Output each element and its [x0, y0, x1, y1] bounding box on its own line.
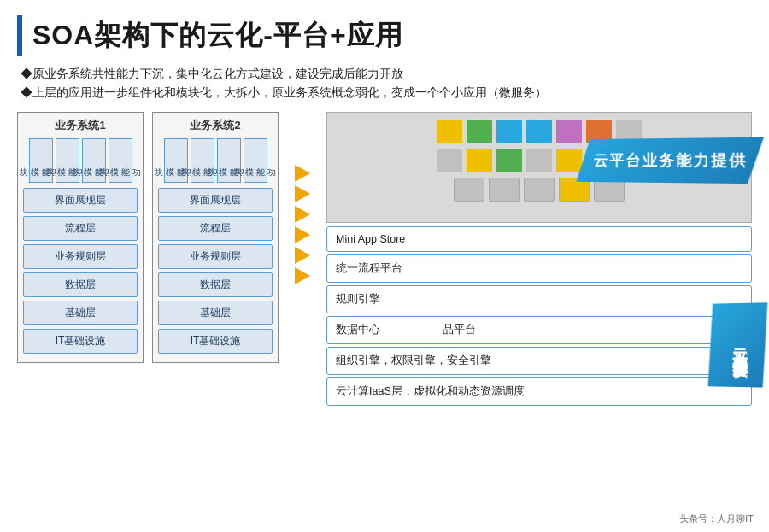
gray-box-1 [454, 178, 484, 202]
platform-layers-wrapper: Mini App Store 统一流程平台 规则引擎 数据中心 品平台 组织引擎… [326, 226, 752, 406]
biz1-layer-2: 流程层 [23, 216, 138, 241]
color-box-blue2 [526, 120, 552, 143]
bullet-2: ◆上层的应用进一步组件化和模块化，大拆小，原业务系统概念弱化，变成一个个小应用（… [21, 84, 752, 102]
arrow-1 [295, 165, 310, 182]
cloud-top-section: 云平台业务能力提供 [326, 112, 752, 223]
biz2-layer-3: 业务规则层 [158, 244, 273, 269]
biz2-module-4: 功能模块 [244, 138, 267, 183]
biz2-layer-6: IT基础设施 [158, 329, 273, 354]
biz1-layer-3: 业务规则层 [23, 244, 138, 269]
platform-layers: Mini App Store 统一流程平台 规则引擎 数据中心 品平台 组织引擎… [326, 226, 752, 406]
biz-system-2: 业务系统2 功能模块 功能模块 功能模块 功能模块 界面展现层 流程层 业务规则… [152, 112, 279, 363]
biz2-title: 业务系统2 [158, 118, 273, 133]
color-box-gray3 [526, 149, 552, 172]
arrow-5 [295, 247, 310, 264]
biz1-layer-6: IT基础设施 [23, 329, 138, 354]
arrow-3 [295, 206, 310, 223]
title-bar: SOA架构下的云化-平台+应用 [17, 15, 752, 56]
biz-system-1: 业务系统1 功能模块 功能模块 功能模块 功能模块 界面展现层 流程层 业务规则… [17, 112, 144, 363]
color-box-purple [556, 120, 582, 143]
footer: 头条号：人月聊IT [679, 512, 754, 525]
biz1-layer-1: 界面展现层 [23, 188, 138, 213]
biz2-layer-2: 流程层 [158, 216, 273, 241]
platform-layer-rules: 规则引擎 [326, 285, 752, 313]
diagram: 业务系统1 功能模块 功能模块 功能模块 功能模块 界面展现层 流程层 业务规则… [17, 112, 752, 406]
biz1-layer-4: 数据层 [23, 272, 138, 297]
bullet-1: ◆原业务系统共性能力下沉，集中化云化方式建设，建设完成后能力开放 [21, 65, 752, 84]
color-box-green2 [496, 149, 522, 172]
color-box-blue1 [496, 120, 522, 143]
color-box-green [467, 120, 492, 143]
biz2-layer-5: 基础层 [158, 301, 273, 325]
gray-box-2 [489, 178, 520, 202]
biz1-title: 业务系统1 [23, 118, 138, 133]
platform-layer-org: 组织引擎，权限引擎，安全引擎 [326, 347, 752, 375]
biz2-layer-1: 界面展现层 [158, 188, 273, 213]
biz1-layer-5: 基础层 [23, 301, 138, 325]
color-box-gray2 [437, 149, 462, 172]
color-box-yellow2 [467, 149, 492, 172]
biz2-layer-4: 数据层 [158, 272, 273, 297]
color-box-yellow3 [556, 149, 582, 172]
page: SOA架构下的云化-平台+应用 ◆原业务系统共性能力下沉，集中化云化方式建设，建… [0, 0, 769, 532]
arrow-2 [295, 185, 310, 202]
color-box-yellow [437, 120, 462, 143]
platform-layer-iaas: 云计算IaaS层，虚拟化和动态资源调度 [326, 377, 752, 406]
page-title: SOA架构下的云化-平台+应用 [32, 17, 403, 55]
platform-layer-flow: 统一流程平台 [326, 254, 752, 283]
biz2-modules: 功能模块 功能模块 功能模块 功能模块 [158, 138, 273, 183]
title-accent [17, 15, 22, 56]
bullets-section: ◆原业务系统共性能力下沉，集中化云化方式建设，建设完成后能力开放 ◆上层的应用进… [21, 65, 752, 102]
platform-area: 云平台业务能力提供 Mini App Store 统一流程平台 规则引擎 数据中… [326, 112, 752, 406]
arrow-6 [295, 267, 310, 284]
cloud-base-banner: 云平台基础能力提供 [708, 302, 768, 388]
biz1-modules: 功能模块 功能模块 功能模块 功能模块 [23, 138, 138, 183]
platform-layer-mini-app: Mini App Store [326, 226, 752, 252]
arrow-4 [295, 226, 310, 243]
cloud-biz-banner: 云平台业务能力提供 [576, 137, 764, 184]
arrows-column [287, 165, 318, 284]
gray-box-3 [524, 178, 555, 202]
platform-layer-data: 数据中心 品平台 [326, 316, 752, 344]
biz1-module-4: 功能模块 [109, 138, 132, 183]
